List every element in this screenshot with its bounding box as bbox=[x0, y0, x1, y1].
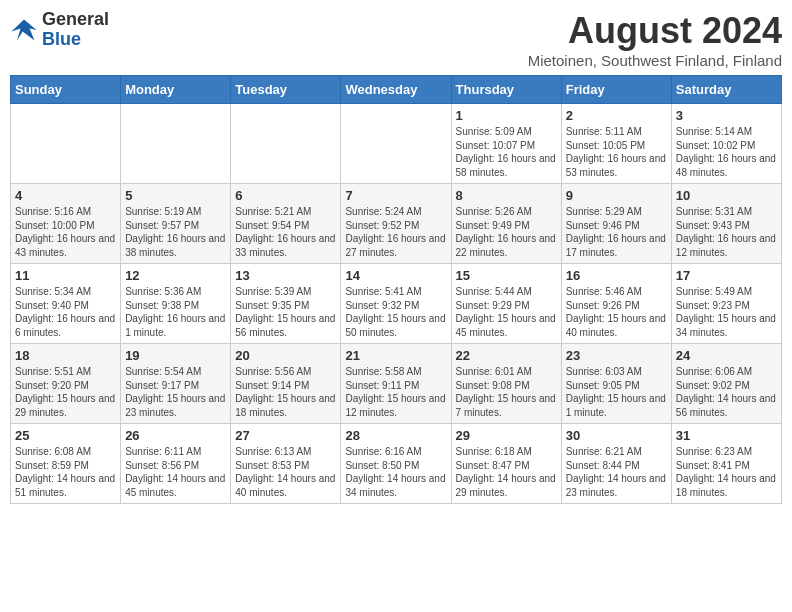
day-info: Sunrise: 5:36 AMSunset: 9:38 PMDaylight:… bbox=[125, 285, 226, 339]
day-info: Sunrise: 5:54 AMSunset: 9:17 PMDaylight:… bbox=[125, 365, 226, 419]
day-info: Sunrise: 6:11 AMSunset: 8:56 PMDaylight:… bbox=[125, 445, 226, 499]
calendar-cell: 21Sunrise: 5:58 AMSunset: 9:11 PMDayligh… bbox=[341, 344, 451, 424]
calendar-cell: 20Sunrise: 5:56 AMSunset: 9:14 PMDayligh… bbox=[231, 344, 341, 424]
day-number: 27 bbox=[235, 428, 336, 443]
day-number: 26 bbox=[125, 428, 226, 443]
day-info: Sunrise: 5:39 AMSunset: 9:35 PMDaylight:… bbox=[235, 285, 336, 339]
logo: General Blue bbox=[10, 10, 109, 50]
calendar-cell: 9Sunrise: 5:29 AMSunset: 9:46 PMDaylight… bbox=[561, 184, 671, 264]
day-number: 29 bbox=[456, 428, 557, 443]
calendar-cell bbox=[231, 104, 341, 184]
day-header-tuesday: Tuesday bbox=[231, 76, 341, 104]
day-number: 8 bbox=[456, 188, 557, 203]
day-info: Sunrise: 5:24 AMSunset: 9:52 PMDaylight:… bbox=[345, 205, 446, 259]
calendar-cell bbox=[341, 104, 451, 184]
day-number: 19 bbox=[125, 348, 226, 363]
calendar-cell: 16Sunrise: 5:46 AMSunset: 9:26 PMDayligh… bbox=[561, 264, 671, 344]
day-info: Sunrise: 5:11 AMSunset: 10:05 PMDaylight… bbox=[566, 125, 667, 179]
calendar-cell: 31Sunrise: 6:23 AMSunset: 8:41 PMDayligh… bbox=[671, 424, 781, 504]
calendar-cell: 29Sunrise: 6:18 AMSunset: 8:47 PMDayligh… bbox=[451, 424, 561, 504]
logo-blue: Blue bbox=[42, 29, 81, 49]
day-number: 11 bbox=[15, 268, 116, 283]
week-row-1: 1Sunrise: 5:09 AMSunset: 10:07 PMDayligh… bbox=[11, 104, 782, 184]
day-number: 5 bbox=[125, 188, 226, 203]
calendar-cell: 14Sunrise: 5:41 AMSunset: 9:32 PMDayligh… bbox=[341, 264, 451, 344]
logo-icon bbox=[10, 16, 38, 44]
calendar-cell: 5Sunrise: 5:19 AMSunset: 9:57 PMDaylight… bbox=[121, 184, 231, 264]
calendar-title: August 2024 bbox=[528, 10, 782, 52]
day-header-thursday: Thursday bbox=[451, 76, 561, 104]
day-number: 25 bbox=[15, 428, 116, 443]
day-header-saturday: Saturday bbox=[671, 76, 781, 104]
day-info: Sunrise: 5:51 AMSunset: 9:20 PMDaylight:… bbox=[15, 365, 116, 419]
calendar-cell: 4Sunrise: 5:16 AMSunset: 10:00 PMDayligh… bbox=[11, 184, 121, 264]
day-number: 12 bbox=[125, 268, 226, 283]
calendar-cell bbox=[11, 104, 121, 184]
day-info: Sunrise: 5:09 AMSunset: 10:07 PMDaylight… bbox=[456, 125, 557, 179]
day-info: Sunrise: 5:16 AMSunset: 10:00 PMDaylight… bbox=[15, 205, 116, 259]
day-number: 28 bbox=[345, 428, 446, 443]
day-header-wednesday: Wednesday bbox=[341, 76, 451, 104]
day-number: 23 bbox=[566, 348, 667, 363]
day-info: Sunrise: 5:58 AMSunset: 9:11 PMDaylight:… bbox=[345, 365, 446, 419]
day-info: Sunrise: 6:16 AMSunset: 8:50 PMDaylight:… bbox=[345, 445, 446, 499]
calendar-cell: 3Sunrise: 5:14 AMSunset: 10:02 PMDayligh… bbox=[671, 104, 781, 184]
logo-general: General bbox=[42, 9, 109, 29]
day-info: Sunrise: 5:56 AMSunset: 9:14 PMDaylight:… bbox=[235, 365, 336, 419]
week-row-5: 25Sunrise: 6:08 AMSunset: 8:59 PMDayligh… bbox=[11, 424, 782, 504]
day-number: 4 bbox=[15, 188, 116, 203]
day-info: Sunrise: 6:06 AMSunset: 9:02 PMDaylight:… bbox=[676, 365, 777, 419]
day-info: Sunrise: 6:18 AMSunset: 8:47 PMDaylight:… bbox=[456, 445, 557, 499]
day-number: 21 bbox=[345, 348, 446, 363]
day-number: 24 bbox=[676, 348, 777, 363]
calendar-cell bbox=[121, 104, 231, 184]
day-info: Sunrise: 6:13 AMSunset: 8:53 PMDaylight:… bbox=[235, 445, 336, 499]
day-info: Sunrise: 6:08 AMSunset: 8:59 PMDaylight:… bbox=[15, 445, 116, 499]
calendar-cell: 13Sunrise: 5:39 AMSunset: 9:35 PMDayligh… bbox=[231, 264, 341, 344]
calendar-cell: 10Sunrise: 5:31 AMSunset: 9:43 PMDayligh… bbox=[671, 184, 781, 264]
day-info: Sunrise: 6:23 AMSunset: 8:41 PMDaylight:… bbox=[676, 445, 777, 499]
day-number: 2 bbox=[566, 108, 667, 123]
day-header-friday: Friday bbox=[561, 76, 671, 104]
calendar-header-row: SundayMondayTuesdayWednesdayThursdayFrid… bbox=[11, 76, 782, 104]
svg-marker-0 bbox=[11, 19, 36, 40]
day-number: 14 bbox=[345, 268, 446, 283]
calendar-cell: 27Sunrise: 6:13 AMSunset: 8:53 PMDayligh… bbox=[231, 424, 341, 504]
day-info: Sunrise: 5:26 AMSunset: 9:49 PMDaylight:… bbox=[456, 205, 557, 259]
day-number: 16 bbox=[566, 268, 667, 283]
calendar-cell: 30Sunrise: 6:21 AMSunset: 8:44 PMDayligh… bbox=[561, 424, 671, 504]
day-info: Sunrise: 5:44 AMSunset: 9:29 PMDaylight:… bbox=[456, 285, 557, 339]
day-number: 13 bbox=[235, 268, 336, 283]
title-block: August 2024 Mietoinen, Southwest Finland… bbox=[528, 10, 782, 69]
day-info: Sunrise: 5:41 AMSunset: 9:32 PMDaylight:… bbox=[345, 285, 446, 339]
day-number: 1 bbox=[456, 108, 557, 123]
day-header-monday: Monday bbox=[121, 76, 231, 104]
calendar-cell: 15Sunrise: 5:44 AMSunset: 9:29 PMDayligh… bbox=[451, 264, 561, 344]
day-number: 20 bbox=[235, 348, 336, 363]
day-info: Sunrise: 5:14 AMSunset: 10:02 PMDaylight… bbox=[676, 125, 777, 179]
day-info: Sunrise: 6:21 AMSunset: 8:44 PMDaylight:… bbox=[566, 445, 667, 499]
calendar-cell: 17Sunrise: 5:49 AMSunset: 9:23 PMDayligh… bbox=[671, 264, 781, 344]
day-header-sunday: Sunday bbox=[11, 76, 121, 104]
day-info: Sunrise: 5:29 AMSunset: 9:46 PMDaylight:… bbox=[566, 205, 667, 259]
calendar-cell: 12Sunrise: 5:36 AMSunset: 9:38 PMDayligh… bbox=[121, 264, 231, 344]
week-row-2: 4Sunrise: 5:16 AMSunset: 10:00 PMDayligh… bbox=[11, 184, 782, 264]
day-info: Sunrise: 5:49 AMSunset: 9:23 PMDaylight:… bbox=[676, 285, 777, 339]
day-info: Sunrise: 6:01 AMSunset: 9:08 PMDaylight:… bbox=[456, 365, 557, 419]
calendar-cell: 2Sunrise: 5:11 AMSunset: 10:05 PMDayligh… bbox=[561, 104, 671, 184]
page-header: General Blue August 2024 Mietoinen, Sout… bbox=[10, 10, 782, 69]
week-row-4: 18Sunrise: 5:51 AMSunset: 9:20 PMDayligh… bbox=[11, 344, 782, 424]
day-number: 10 bbox=[676, 188, 777, 203]
day-info: Sunrise: 5:31 AMSunset: 9:43 PMDaylight:… bbox=[676, 205, 777, 259]
calendar-cell: 25Sunrise: 6:08 AMSunset: 8:59 PMDayligh… bbox=[11, 424, 121, 504]
day-number: 30 bbox=[566, 428, 667, 443]
calendar-cell: 7Sunrise: 5:24 AMSunset: 9:52 PMDaylight… bbox=[341, 184, 451, 264]
day-number: 3 bbox=[676, 108, 777, 123]
day-info: Sunrise: 5:34 AMSunset: 9:40 PMDaylight:… bbox=[15, 285, 116, 339]
calendar-cell: 23Sunrise: 6:03 AMSunset: 9:05 PMDayligh… bbox=[561, 344, 671, 424]
day-info: Sunrise: 5:19 AMSunset: 9:57 PMDaylight:… bbox=[125, 205, 226, 259]
calendar-cell: 26Sunrise: 6:11 AMSunset: 8:56 PMDayligh… bbox=[121, 424, 231, 504]
day-number: 18 bbox=[15, 348, 116, 363]
calendar-cell: 28Sunrise: 6:16 AMSunset: 8:50 PMDayligh… bbox=[341, 424, 451, 504]
calendar-cell: 8Sunrise: 5:26 AMSunset: 9:49 PMDaylight… bbox=[451, 184, 561, 264]
